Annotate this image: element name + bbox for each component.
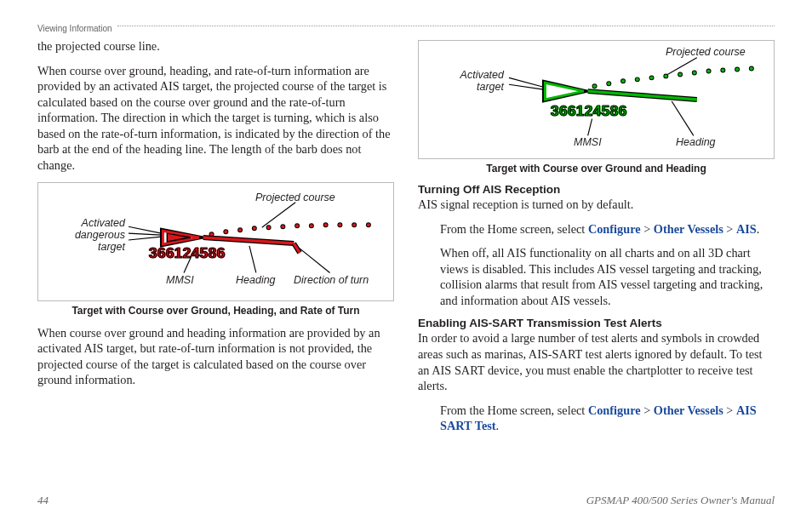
svg-line-2 <box>129 237 161 240</box>
link-other-vessels-2[interactable]: Other Vessels <box>654 403 723 417</box>
paragraph-cog-heading-rot: When course over ground, heading, and ra… <box>37 63 394 174</box>
svg-point-70 <box>750 67 753 71</box>
step-text-2: From the Home screen, select <box>440 403 588 417</box>
svg-point-54 <box>636 77 639 81</box>
right-column: Projected course Activated target MMSI H… <box>418 38 775 443</box>
p-ais-sart: In order to avoid a large number of test… <box>418 330 775 393</box>
callout-heading-2: Heading <box>676 136 716 148</box>
callout-projected: Projected course <box>255 192 335 203</box>
svg-line-40 <box>588 119 592 136</box>
svg-line-46 <box>588 91 697 100</box>
svg-point-52 <box>621 79 625 83</box>
svg-line-5 <box>262 202 295 227</box>
svg-line-41 <box>672 101 694 135</box>
svg-point-35 <box>352 223 356 226</box>
caption-fig1: Target with Course over Ground, Heading,… <box>37 305 394 317</box>
section-label: Viewing Information <box>37 24 112 33</box>
callout-mmsi: MMSI <box>166 274 194 286</box>
link-configure[interactable]: Configure <box>588 222 641 236</box>
left-column: the projected course line. When course o… <box>37 38 394 443</box>
svg-point-25 <box>281 225 284 228</box>
svg-point-33 <box>338 223 341 226</box>
svg-point-56 <box>650 76 654 79</box>
svg-point-50 <box>607 82 610 85</box>
svg-point-19 <box>238 228 242 232</box>
callout-heading: Heading <box>236 274 276 286</box>
svg-point-17 <box>224 230 227 233</box>
caption-fig2: Target with Course over Ground and Headi… <box>418 163 775 174</box>
step-turn-off-ais: From the Home screen, select Configure >… <box>440 221 775 237</box>
figure-target-rot: Projected course Activated dangerous tar… <box>37 182 394 301</box>
paragraph-cog-heading-only: When course over ground and heading info… <box>37 325 394 388</box>
link-configure-2[interactable]: Configure <box>588 403 641 417</box>
svg-point-31 <box>324 223 328 226</box>
link-other-vessels[interactable]: Other Vessels <box>654 222 723 236</box>
heading-turn-off-ais: Turning Off AIS Reception <box>418 183 775 196</box>
p-ais-default: AIS signal reception is turned on by def… <box>418 197 775 213</box>
mmsi-number-2: 366124586 <box>551 103 627 120</box>
callout-activated: Activated dangerous target <box>66 217 125 253</box>
svg-point-15 <box>210 232 214 236</box>
svg-line-6 <box>300 249 329 273</box>
svg-point-27 <box>295 224 299 227</box>
callout-dir-turn: Direction of turn <box>294 274 369 286</box>
svg-point-29 <box>310 224 313 227</box>
svg-point-68 <box>735 68 739 71</box>
page-header: Viewing Information <box>37 24 775 33</box>
page-footer: 44 GPSMAP 400/500 Series Owner's Manual <box>37 494 775 507</box>
callout-projected-2: Projected course <box>666 46 746 58</box>
svg-point-37 <box>367 223 370 226</box>
page-number: 44 <box>37 494 49 507</box>
callout-activated-2: Activated target <box>453 69 504 93</box>
svg-point-58 <box>664 74 667 77</box>
svg-line-4 <box>249 246 256 273</box>
header-rule <box>117 26 775 26</box>
mmsi-number: 366124586 <box>149 245 226 262</box>
svg-point-23 <box>267 226 271 229</box>
svg-line-1 <box>129 233 161 235</box>
svg-point-21 <box>253 226 256 230</box>
svg-line-0 <box>129 226 161 233</box>
svg-point-62 <box>693 71 696 74</box>
step-ais-sart: From the Home screen, select Configure >… <box>440 403 775 434</box>
svg-point-48 <box>593 84 597 88</box>
manual-title: GPSMAP 400/500 Series Owner's Manual <box>586 494 775 507</box>
heading-ais-sart: Enabling AIS-SART Transmission Test Aler… <box>418 317 775 329</box>
p-ais-off-effect: When off, all AIS functionality on all c… <box>440 245 775 308</box>
figure-target-heading: Projected course Activated target MMSI H… <box>418 40 775 159</box>
content-columns: the projected course line. When course o… <box>37 38 775 443</box>
svg-point-66 <box>721 69 724 72</box>
link-ais[interactable]: AIS <box>736 222 757 236</box>
svg-point-64 <box>707 70 711 73</box>
svg-point-60 <box>678 72 682 76</box>
intro-fragment: the projected course line. <box>37 38 394 54</box>
step-text: From the Home screen, select <box>440 222 588 236</box>
callout-mmsi-2: MMSI <box>574 136 602 148</box>
